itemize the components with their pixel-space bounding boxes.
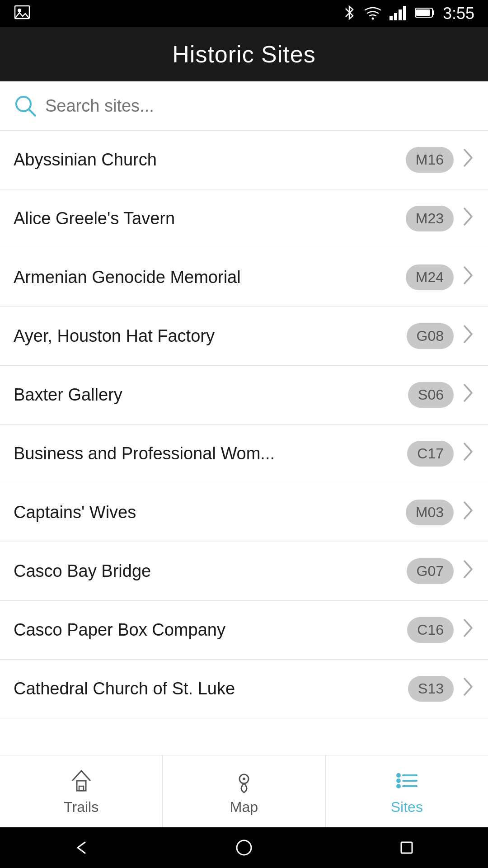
site-badge: S13 <box>408 676 454 702</box>
search-icon <box>14 94 37 118</box>
android-nav-bar <box>0 827 488 868</box>
recent-button[interactable] <box>393 834 420 861</box>
chevron-right-icon <box>462 559 474 583</box>
chevron-right-icon <box>462 207 474 231</box>
chevron-right-icon <box>462 618 474 642</box>
status-bar-left <box>14 4 31 24</box>
svg-point-2 <box>371 18 374 20</box>
chevron-right-icon <box>462 383 474 407</box>
nav-sites[interactable]: Sites <box>326 755 488 827</box>
list-item[interactable]: Business and Professional Wom...C17 <box>0 425 488 483</box>
sites-icon <box>393 767 420 794</box>
list-item[interactable]: Ayer, Houston Hat FactoryG08 <box>0 307 488 366</box>
nav-trails-label: Trails <box>64 799 99 816</box>
site-name: Alice Greele's Tavern <box>14 209 406 228</box>
site-badge: G08 <box>407 323 454 349</box>
site-name: Ayer, Houston Hat Factory <box>14 326 407 346</box>
svg-line-11 <box>29 109 35 116</box>
status-bar: 3:55 <box>0 0 488 27</box>
search-input[interactable] <box>45 96 474 116</box>
svg-point-18 <box>396 778 401 783</box>
site-name: Casco Bay Bridge <box>14 561 407 581</box>
list-item[interactable]: Baxter GalleryS06 <box>0 366 488 425</box>
svg-rect-6 <box>403 6 406 20</box>
site-name: Casco Paper Box Company <box>14 620 407 640</box>
list-item[interactable]: Alice Greele's TavernM23 <box>0 189 488 248</box>
page-title: Historic Sites <box>172 41 315 68</box>
bluetooth-icon <box>343 4 356 23</box>
battery-icon <box>415 6 435 21</box>
trails-icon <box>68 767 95 794</box>
site-badge: G07 <box>407 558 454 584</box>
svg-rect-9 <box>432 10 434 15</box>
site-name: Captains' Wives <box>14 503 406 522</box>
back-button[interactable] <box>68 834 95 861</box>
home-button[interactable] <box>230 834 258 861</box>
map-icon <box>230 767 258 794</box>
site-badge: M23 <box>406 206 454 231</box>
site-name: Abyssinian Church <box>14 150 406 170</box>
sites-list: Abyssinian ChurchM16Alice Greele's Taver… <box>0 131 488 755</box>
chevron-right-icon <box>462 677 474 701</box>
svg-rect-4 <box>394 13 397 20</box>
site-name: Business and Professional Wom... <box>14 444 407 463</box>
list-item[interactable]: Captains' WivesM03 <box>0 483 488 542</box>
site-name: Baxter Gallery <box>14 385 408 405</box>
site-badge: C17 <box>407 441 454 467</box>
svg-point-16 <box>396 773 401 778</box>
signal-icon <box>389 4 407 23</box>
site-badge: M24 <box>406 264 454 290</box>
list-item[interactable]: Casco Paper Box CompanyC16 <box>0 601 488 660</box>
site-badge: M03 <box>406 500 454 525</box>
svg-rect-5 <box>399 9 402 20</box>
list-item[interactable]: Armenian Genocide MemorialM24 <box>0 248 488 307</box>
svg-rect-8 <box>416 9 430 16</box>
site-badge: C16 <box>407 617 454 643</box>
chevron-right-icon <box>462 265 474 289</box>
svg-point-15 <box>243 778 245 780</box>
nav-trails[interactable]: Trails <box>0 755 163 827</box>
chevron-right-icon <box>462 148 474 172</box>
svg-point-20 <box>396 784 401 788</box>
chevron-right-icon <box>462 442 474 466</box>
status-time: 3:55 <box>443 4 474 23</box>
list-item[interactable]: Casco Bay BridgeG07 <box>0 542 488 601</box>
nav-map-label: Map <box>230 799 258 816</box>
chevron-right-icon <box>462 324 474 348</box>
wifi-icon <box>364 5 381 22</box>
chevron-right-icon <box>462 500 474 524</box>
svg-rect-3 <box>389 16 393 20</box>
site-name: Cathedral Church of St. Luke <box>14 679 408 698</box>
bottom-nav: Trails Map Sites <box>0 755 488 827</box>
image-icon <box>14 4 31 24</box>
app-header: Historic Sites <box>0 27 488 81</box>
status-bar-right: 3:55 <box>343 4 474 23</box>
list-item[interactable]: Abyssinian ChurchM16 <box>0 131 488 189</box>
svg-point-22 <box>237 840 251 855</box>
list-item[interactable]: Cathedral Church of St. LukeS13 <box>0 660 488 718</box>
nav-map[interactable]: Map <box>163 755 325 827</box>
svg-rect-23 <box>401 842 412 853</box>
search-container <box>0 81 488 131</box>
nav-sites-label: Sites <box>391 799 423 816</box>
svg-point-1 <box>18 9 21 12</box>
site-badge: M16 <box>406 147 454 173</box>
site-badge: S06 <box>408 382 454 408</box>
site-name: Armenian Genocide Memorial <box>14 268 406 287</box>
